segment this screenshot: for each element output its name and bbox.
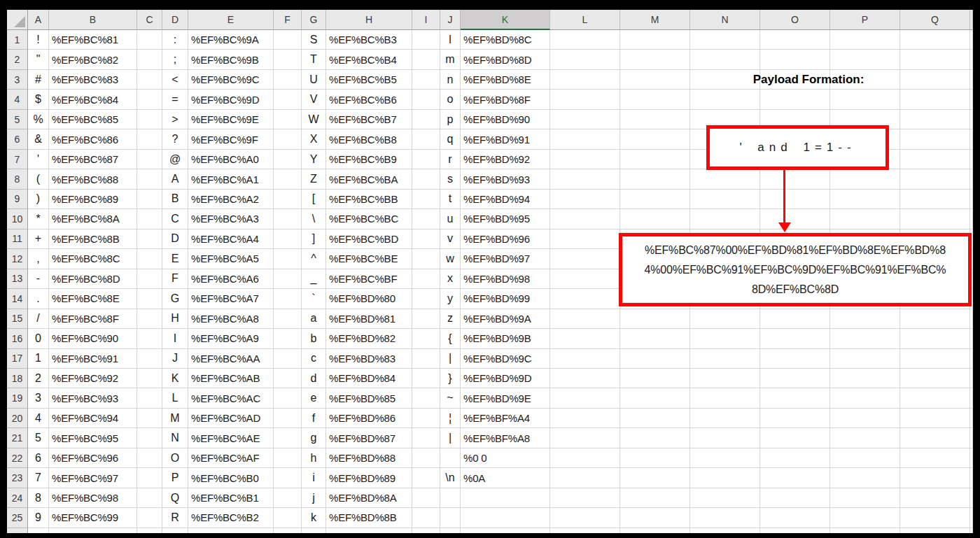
column-header-B[interactable]: B — [49, 10, 137, 30]
cell-Q8[interactable] — [900, 169, 970, 189]
cell-N2[interactable] — [690, 50, 760, 69]
cell-G1[interactable]: S — [302, 30, 326, 50]
cell-A11[interactable]: + — [28, 229, 49, 249]
cell-N18[interactable] — [690, 369, 760, 388]
cell-J14[interactable]: y — [440, 289, 461, 309]
column-header-I[interactable]: I — [412, 10, 440, 30]
cell-I5[interactable] — [412, 110, 440, 129]
cell-H20[interactable]: %EF%BD%86 — [326, 409, 412, 428]
cell-Q20[interactable] — [900, 409, 970, 428]
cell-J17[interactable]: | — [440, 349, 461, 369]
cell-F11[interactable] — [274, 229, 302, 249]
cell-B12[interactable]: %EF%BC%8C — [49, 249, 137, 269]
cell-C8[interactable] — [137, 169, 162, 189]
column-header-E[interactable]: E — [188, 10, 274, 30]
row-header-4[interactable]: 4 — [7, 90, 28, 109]
cell-I17[interactable] — [412, 349, 440, 369]
cell-J20[interactable]: ¦ — [440, 409, 461, 428]
cell-L9[interactable] — [550, 190, 620, 209]
cell-P15[interactable] — [830, 309, 900, 329]
cell-A22[interactable]: 6 — [28, 448, 49, 468]
cell-F24[interactable] — [274, 488, 302, 508]
cell-M14[interactable] — [620, 289, 690, 309]
cell-N19[interactable] — [690, 388, 760, 408]
cell-E2[interactable]: %EF%BC%9B — [188, 50, 274, 69]
cell-E11[interactable]: %EF%BC%A4 — [188, 229, 274, 249]
cell-P13[interactable] — [830, 269, 900, 289]
row-header-8[interactable]: 8 — [7, 169, 28, 189]
cell-G5[interactable]: W — [302, 110, 326, 129]
cell-E13[interactable]: %EF%BC%A6 — [188, 269, 274, 289]
cell-F9[interactable] — [274, 190, 302, 209]
cell-B20[interactable]: %EF%BC%94 — [49, 409, 137, 428]
cell-E18[interactable]: %EF%BC%AB — [188, 369, 274, 388]
cell-N5[interactable] — [690, 110, 760, 129]
cell-B25[interactable]: %EF%BC%99 — [49, 508, 137, 528]
cell-G10[interactable]: \ — [302, 209, 326, 229]
cell-E25[interactable]: %EF%BC%B2 — [188, 508, 274, 528]
cell-L21[interactable] — [550, 428, 620, 448]
cell-I9[interactable] — [412, 190, 440, 209]
cell-D22[interactable]: O — [162, 448, 188, 468]
cell-J10[interactable]: u — [440, 209, 461, 229]
cell-K8[interactable]: %EF%BD%93 — [461, 169, 550, 189]
cell-H9[interactable]: %EF%BC%BB — [326, 190, 412, 209]
cell-J6[interactable]: q — [440, 129, 461, 149]
cell-F12[interactable] — [274, 249, 302, 269]
cell-E7[interactable]: %EF%BC%A0 — [188, 150, 274, 169]
row-header-20[interactable]: 20 — [7, 409, 28, 428]
cell-H15[interactable]: %EF%BD%81 — [326, 309, 412, 329]
cell-G11[interactable]: ] — [302, 229, 326, 249]
cell-Q1[interactable] — [900, 30, 970, 50]
cell-F8[interactable] — [274, 169, 302, 189]
cell-L17[interactable] — [550, 349, 620, 369]
cell-F10[interactable] — [274, 209, 302, 229]
cell-H25[interactable]: %EF%BD%8B — [326, 508, 412, 528]
cell-H21[interactable]: %EF%BD%87 — [326, 428, 412, 448]
cell-L18[interactable] — [550, 369, 620, 388]
cell-G23[interactable]: i — [302, 468, 326, 488]
cell-J22[interactable] — [440, 448, 461, 468]
cell-A4[interactable]: $ — [28, 90, 49, 109]
cell-F22[interactable] — [274, 448, 302, 468]
cell-B23[interactable]: %EF%BC%97 — [49, 468, 137, 488]
cell-N20[interactable] — [690, 409, 760, 428]
cell-F16[interactable] — [274, 329, 302, 348]
column-header-Q[interactable]: Q — [900, 10, 970, 30]
cell-O17[interactable] — [760, 349, 830, 369]
cell-J15[interactable]: z — [440, 309, 461, 329]
cell-B22[interactable]: %EF%BC%96 — [49, 448, 137, 468]
cell-H26[interactable] — [326, 528, 412, 533]
cell-P1[interactable] — [830, 30, 900, 50]
cell-J19[interactable]: ~ — [440, 388, 461, 408]
cell-N25[interactable] — [690, 508, 760, 528]
cell-F20[interactable] — [274, 409, 302, 428]
cell-N13[interactable] — [690, 269, 760, 289]
cell-F7[interactable] — [274, 150, 302, 169]
cell-H23[interactable]: %EF%BD%89 — [326, 468, 412, 488]
cell-P4[interactable] — [830, 90, 900, 109]
cell-I7[interactable] — [412, 150, 440, 169]
cell-N12[interactable] — [690, 249, 760, 269]
cell-J2[interactable]: m — [440, 50, 461, 69]
cell-B8[interactable]: %EF%BC%88 — [49, 169, 137, 189]
cell-J7[interactable]: r — [440, 150, 461, 169]
cell-D19[interactable]: L — [162, 388, 188, 408]
column-header-C[interactable]: C — [137, 10, 162, 30]
cell-I12[interactable] — [412, 249, 440, 269]
cell-N15[interactable] — [690, 309, 760, 329]
cell-A8[interactable]: ( — [28, 169, 49, 189]
column-header-P[interactable]: P — [830, 10, 900, 30]
cell-P5[interactable] — [830, 110, 900, 129]
cell-B21[interactable]: %EF%BC%95 — [49, 428, 137, 448]
cell-D6[interactable]: ? — [162, 129, 188, 149]
cell-M7[interactable] — [620, 150, 690, 169]
cell-H19[interactable]: %EF%BD%85 — [326, 388, 412, 408]
cell-K18[interactable]: %EF%BD%9D — [461, 369, 550, 388]
cell-K20[interactable]: %EF%BF%A4 — [461, 409, 550, 428]
cell-O14[interactable] — [760, 289, 830, 309]
cell-K24[interactable] — [461, 488, 550, 508]
cell-P18[interactable] — [830, 369, 900, 388]
cell-A18[interactable]: 2 — [28, 369, 49, 388]
cell-G25[interactable]: k — [302, 508, 326, 528]
